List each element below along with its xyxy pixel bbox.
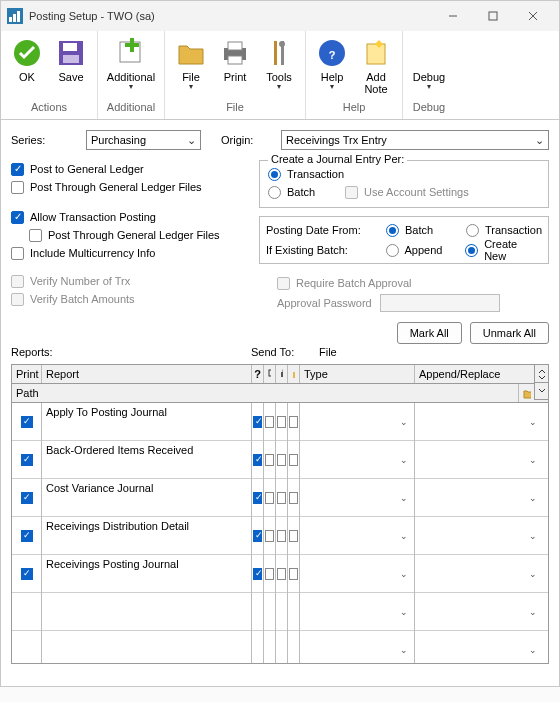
path-folder-icon[interactable] <box>519 384 535 402</box>
col-printer-icon[interactable] <box>276 365 288 383</box>
titlebar: Posting Setup - TWO (sa) <box>1 1 559 31</box>
include-mc-checkbox[interactable]: Include Multicurrency Info <box>11 244 247 262</box>
debug-button[interactable]: Debug▾ <box>407 35 451 97</box>
print-check[interactable] <box>21 530 33 542</box>
reports-grid: Print Report ? Type Append/Replace Path … <box>11 364 549 664</box>
col-print[interactable]: Print <box>12 365 42 383</box>
tools-button[interactable]: Tools▾ <box>257 35 301 97</box>
collapse-toggle-icon[interactable] <box>534 382 549 400</box>
file-button[interactable]: File▾ <box>169 35 213 97</box>
table-row[interactable]: ⌄⌄ <box>12 631 548 663</box>
radio-transaction[interactable]: Transaction <box>268 165 540 183</box>
table-row[interactable]: ⌄⌄ <box>12 593 548 631</box>
radio-batch[interactable]: Batch <box>268 186 315 199</box>
journal-entry-fieldset: Create a Journal Entry Per: Transaction … <box>259 160 549 208</box>
screen-check[interactable] <box>265 454 274 466</box>
file-check[interactable] <box>289 454 298 466</box>
radio-pdf-transaction[interactable]: Transaction <box>466 224 542 237</box>
append-replace-dropdown[interactable]: ⌄ <box>419 413 539 431</box>
close-button[interactable] <box>513 1 553 31</box>
append-replace-dropdown[interactable]: ⌄ <box>419 527 539 545</box>
help-button[interactable]: ? Help▾ <box>310 35 354 97</box>
table-row[interactable]: Apply To Posting Journal⌄⌄ <box>12 403 548 441</box>
post-through-checkbox[interactable]: Post Through General Ledger Files <box>11 178 247 196</box>
allow-trx-checkbox[interactable]: Allow Transaction Posting <box>11 208 247 226</box>
append-replace-dropdown[interactable]: ⌄ <box>419 451 539 469</box>
table-row[interactable]: Back-Ordered Items Received⌄⌄ <box>12 441 548 479</box>
file-check[interactable] <box>289 416 298 428</box>
series-label: Series: <box>11 134 66 146</box>
print-check[interactable] <box>21 568 33 580</box>
additional-button[interactable]: Additional▾ <box>102 35 160 97</box>
mark-all-button[interactable]: Mark All <box>397 322 462 344</box>
post-through2-checkbox[interactable]: Post Through General Ledger Files <box>11 226 247 244</box>
post-gl-checkbox[interactable]: Post to General Ledger <box>11 160 247 178</box>
screen-check[interactable] <box>265 568 274 580</box>
type-dropdown[interactable]: ⌄ <box>304 489 410 507</box>
col-append-replace[interactable]: Append/Replace <box>415 365 543 383</box>
type-dropdown[interactable]: ⌄ <box>304 451 410 469</box>
radio-pdf-batch[interactable]: Batch <box>386 224 466 237</box>
printer-check[interactable] <box>277 492 286 504</box>
append-replace-dropdown[interactable]: ⌄ <box>419 489 539 507</box>
add-note-button[interactable]: Add Note <box>354 35 398 97</box>
maximize-button[interactable] <box>473 1 513 31</box>
series-dropdown[interactable]: Purchasing ⌄ <box>86 130 201 150</box>
ask-check[interactable] <box>253 416 262 428</box>
file-check[interactable] <box>289 568 298 580</box>
report-name: Apply To Posting Journal <box>42 403 252 441</box>
ask-check[interactable] <box>253 530 262 542</box>
append-replace-dropdown[interactable]: ⌄ <box>419 603 539 621</box>
group-debug: Debug <box>407 97 451 119</box>
print-check[interactable] <box>21 492 33 504</box>
table-row[interactable]: Cost Variance Journal⌄⌄ <box>12 479 548 517</box>
verify-num-checkbox: Verify Number of Trx <box>11 272 247 290</box>
print-check[interactable] <box>21 454 33 466</box>
radio-ieb-append[interactable]: Append <box>386 244 466 257</box>
radio-ieb-create[interactable]: Create New <box>465 238 542 262</box>
chevron-down-icon: ▾ <box>189 83 193 91</box>
expand-toggle-icon[interactable] <box>534 364 549 382</box>
status-bar <box>0 686 560 702</box>
col-path[interactable]: Path <box>12 384 519 402</box>
svg-rect-18 <box>274 41 277 65</box>
svg-rect-23 <box>367 44 385 64</box>
printer-check[interactable] <box>277 416 286 428</box>
printer-check[interactable] <box>277 454 286 466</box>
save-button[interactable]: Save <box>49 35 93 97</box>
ask-check[interactable] <box>253 454 262 466</box>
table-row[interactable]: Receivings Distribution Detail⌄⌄ <box>12 517 548 555</box>
col-question[interactable]: ? <box>252 365 264 383</box>
require-approval-checkbox: Require Batch Approval <box>259 274 549 292</box>
col-folder-icon[interactable] <box>288 365 300 383</box>
minimize-button[interactable] <box>433 1 473 31</box>
col-report[interactable]: Report <box>42 365 252 383</box>
append-replace-dropdown[interactable]: ⌄ <box>419 565 539 583</box>
unmark-all-button[interactable]: Unmark All <box>470 322 549 344</box>
ask-check[interactable] <box>253 568 262 580</box>
table-row[interactable]: Receivings Posting Journal⌄⌄ <box>12 555 548 593</box>
file-check[interactable] <box>289 530 298 542</box>
append-replace-dropdown[interactable]: ⌄ <box>419 641 539 659</box>
svg-text:?: ? <box>329 49 336 61</box>
type-dropdown[interactable]: ⌄ <box>304 641 410 659</box>
app-icon <box>7 8 23 24</box>
type-dropdown[interactable]: ⌄ <box>304 413 410 431</box>
ask-check[interactable] <box>253 492 262 504</box>
type-dropdown[interactable]: ⌄ <box>304 603 410 621</box>
col-type[interactable]: Type <box>300 365 415 383</box>
type-dropdown[interactable]: ⌄ <box>304 527 410 545</box>
origin-dropdown[interactable]: Receivings Trx Entry ⌄ <box>281 130 549 150</box>
print-check[interactable] <box>21 416 33 428</box>
file-check[interactable] <box>289 492 298 504</box>
printer-check[interactable] <box>277 568 286 580</box>
screen-check[interactable] <box>265 416 274 428</box>
screen-check[interactable] <box>265 492 274 504</box>
report-name: Cost Variance Journal <box>42 479 252 517</box>
print-button[interactable]: Print <box>213 35 257 97</box>
type-dropdown[interactable]: ⌄ <box>304 565 410 583</box>
screen-check[interactable] <box>265 530 274 542</box>
col-screen-icon[interactable] <box>264 365 276 383</box>
printer-check[interactable] <box>277 530 286 542</box>
ok-button[interactable]: OK <box>5 35 49 97</box>
